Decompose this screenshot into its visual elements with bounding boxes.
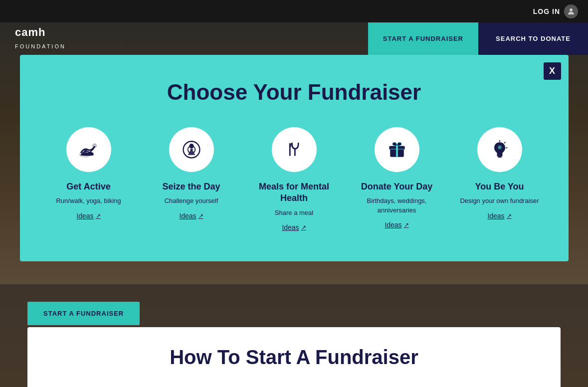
svg-point-0 — [570, 8, 573, 11]
nav-buttons: START A FUNDRAISER SEARCH TO DONATE — [368, 22, 588, 55]
search-donate-nav-button[interactable]: SEARCH TO DONATE — [478, 22, 588, 55]
svg-line-20 — [504, 142, 505, 143]
logo[interactable]: camh FOUNDATION — [15, 26, 66, 50]
seize-day-subtitle: Challenge yourself — [165, 196, 218, 205]
user-icon[interactable] — [564, 4, 578, 18]
svg-rect-8 — [294, 149, 296, 156]
fundraiser-options: Get Active Run/walk, yoga, biking Ideas … — [40, 127, 549, 231]
svg-rect-9 — [289, 143, 289, 147]
svg-point-18 — [498, 146, 501, 149]
bottom-section: START A FUNDRAISER How To Start A Fundra… — [0, 284, 588, 387]
svg-point-2 — [92, 144, 97, 149]
nav-bar: camh FOUNDATION START A FUNDRAISER SEARC… — [0, 22, 588, 55]
seize-day-ideas-link[interactable]: Ideas ↗ — [179, 212, 203, 220]
external-link-icon-3: ↗ — [301, 224, 306, 231]
you-be-you-icon[interactable] — [477, 127, 522, 172]
external-link-icon-2: ↗ — [198, 212, 203, 219]
meals-title: Meals for Mental Health — [245, 181, 343, 204]
you-be-you-ideas-link[interactable]: Ideas ↗ — [487, 212, 511, 220]
how-to-title: How To Start A Fundraiser — [170, 346, 418, 369]
external-link-icon-5: ↗ — [507, 212, 512, 219]
donate-day-subtitle: Birthdays, weddings, anniversaries — [348, 196, 446, 214]
seize-day-title: Seize the Day — [162, 181, 220, 193]
how-to-card: How To Start A Fundraiser — [27, 327, 561, 387]
donate-day-ideas-link[interactable]: Ideas ↗ — [385, 221, 408, 229]
login-button[interactable]: LOG IN — [533, 7, 560, 15]
choose-title: Choose Your Fundraiser — [40, 80, 549, 105]
get-active-subtitle: Run/walk, yoga, biking — [56, 196, 121, 205]
get-active-title: Get Active — [66, 181, 110, 193]
svg-text:★: ★ — [190, 148, 194, 153]
you-be-you-title: You Be You — [475, 181, 524, 193]
option-get-active: Get Active Run/walk, yoga, biking Ideas … — [40, 127, 138, 220]
external-link-icon-4: ↗ — [404, 221, 409, 228]
svg-rect-10 — [290, 143, 291, 147]
get-active-icon[interactable] — [66, 127, 111, 172]
you-be-you-subtitle: Design your own fundraiser — [460, 196, 539, 205]
svg-rect-11 — [292, 143, 292, 147]
meals-ideas-link[interactable]: Ideas ↗ — [282, 223, 306, 231]
get-active-ideas-link[interactable]: Ideas ↗ — [76, 212, 100, 220]
top-bar-right: LOG IN — [533, 4, 578, 18]
option-you-be-you: You Be You Design your own fundraiser Id… — [451, 127, 549, 220]
meals-icon[interactable] — [272, 127, 317, 172]
seize-day-icon[interactable]: ★ — [169, 127, 214, 172]
choose-fundraiser-panel: X Choose Your Fundraiser Get Active Run/… — [20, 55, 569, 261]
start-fundraiser-button[interactable]: START A FUNDRAISER — [27, 302, 140, 325]
donate-day-icon[interactable] — [375, 127, 419, 172]
close-button[interactable]: X — [544, 62, 561, 80]
donate-day-title: Donate Your Day — [361, 181, 432, 193]
logo-area: camh FOUNDATION — [0, 22, 368, 55]
svg-rect-14 — [396, 146, 398, 157]
start-fundraiser-nav-button[interactable]: START A FUNDRAISER — [368, 22, 478, 55]
svg-rect-17 — [498, 157, 501, 158]
meals-subtitle: Share a meal — [275, 208, 313, 217]
logo-text: camh FOUNDATION — [15, 26, 66, 50]
option-seize-the-day: ★ Seize the Day Challenge yourself Ideas… — [143, 127, 240, 220]
external-link-icon: ↗ — [96, 212, 101, 219]
svg-rect-15 — [390, 149, 404, 150]
top-bar: LOG IN — [0, 0, 588, 22]
option-donate-your-day: Donate Your Day Birthdays, weddings, ann… — [348, 127, 446, 229]
option-meals-mental-health: Meals for Mental Health Share a meal Ide… — [245, 127, 343, 231]
svg-rect-16 — [497, 155, 502, 157]
